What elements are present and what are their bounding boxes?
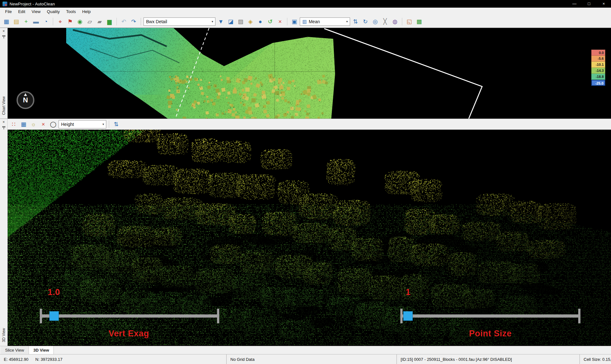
point-size-value: 1 [406, 287, 411, 297]
tab-slice-view[interactable]: Slice View [1, 346, 29, 354]
zoom-surface-button[interactable]: ◎ [371, 17, 380, 26]
grid-stat-dropdown[interactable]: ▥Mean▾ [300, 17, 350, 26]
application-window: NewProject - AutoClean — □ × FileEditVie… [0, 0, 611, 364]
window-title: NewProject - AutoClean [10, 2, 55, 6]
menu-edit[interactable]: Edit [15, 8, 28, 16]
reject-points-button[interactable]: × [276, 17, 284, 26]
chart-dock-close-button[interactable]: × [3, 29, 5, 33]
vert-exag-track[interactable] [41, 314, 218, 318]
export-data-button[interactable]: ◱ [405, 17, 414, 26]
zoom-target-button[interactable]: ⌖ [56, 17, 65, 26]
menu-file[interactable]: File [2, 8, 15, 16]
point-size-handle[interactable] [403, 311, 413, 321]
maximize-button[interactable]: □ [582, 0, 596, 8]
filter-threshold-button[interactable]: ◪ [226, 17, 235, 26]
shape-mode-button[interactable]: ◯ [49, 120, 58, 129]
tab-3d-view[interactable]: 3D View [29, 346, 54, 354]
geo-pin-button[interactable]: ◉ [75, 17, 84, 26]
flag-marker-button[interactable]: ⚑ [66, 17, 74, 26]
point-size-cap-left [400, 309, 403, 323]
window-controls: — □ × [567, 0, 611, 8]
lighting-button[interactable]: ☼ [29, 120, 38, 129]
workflow-nodes-button[interactable]: ▩ [415, 17, 424, 26]
app-icon [3, 2, 7, 6]
select-area-button[interactable]: ▰ [95, 17, 104, 26]
toolbar-separator [109, 120, 109, 128]
processing-globe-button[interactable]: ◔ [41, 17, 50, 26]
menu-quality[interactable]: Quality [44, 8, 63, 16]
refresh-surface-button[interactable]: ↻ [361, 17, 370, 26]
auto-hide-pin-icon[interactable] [2, 35, 5, 37]
color-mode-dropdown-value: Height [61, 122, 100, 127]
detail-mode-dropdown-value: Bwx Detail [146, 19, 209, 24]
point-size-track[interactable] [401, 314, 579, 318]
north-compass: N [17, 91, 34, 109]
grid-stat-dropdown-value: Mean [309, 19, 344, 24]
menu-help[interactable]: Help [79, 8, 94, 16]
cut-surface-button[interactable]: ╳ [381, 17, 390, 26]
chevron-down-icon: ▾ [102, 122, 105, 126]
chevron-down-icon: ▾ [211, 20, 214, 23]
open-project-button[interactable]: ▤ [12, 17, 21, 26]
view3d-canvas[interactable] [8, 130, 611, 346]
filter-swath-button[interactable]: ◈ [246, 17, 255, 26]
close-button[interactable]: × [596, 0, 611, 8]
menu-tools[interactable]: Tools [63, 8, 79, 16]
view3d-strip: × 3D View [0, 119, 8, 346]
view3d-toolbar: ∷▦☼×◯Height▾⇅ [8, 119, 611, 130]
chart-view-content: N 0.0-5.6-10.1-14.3-18.8-25.0 [8, 28, 611, 119]
chart-view-dock: × Chart View N 0.0-5.6-10.1-14.3-18.8-25… [0, 28, 611, 119]
grid-stat-dropdown-icon: ▥ [302, 19, 307, 24]
detail-mode-dropdown[interactable]: Bwx Detail▾ [144, 17, 215, 26]
query-surface-button[interactable]: ◍ [390, 17, 399, 26]
bottom-tab-bar: Slice View3D View [0, 346, 611, 354]
point-size-label: Point Size [452, 329, 529, 339]
point-size-cap-right [578, 309, 580, 323]
color-mode-dropdown[interactable]: Height▾ [59, 120, 106, 128]
legend-entry[interactable]: -10.1 [591, 62, 605, 68]
point-select-button[interactable]: ∷ [9, 120, 18, 129]
legend-entry[interactable]: -5.6 [591, 56, 605, 62]
legend-entry[interactable]: -18.8 [591, 74, 605, 80]
chart-map-button[interactable]: ▦ [2, 17, 11, 26]
histogram-button[interactable]: ▆ [105, 17, 114, 26]
undo-button[interactable]: ↶ [119, 17, 128, 26]
swap-views-button[interactable]: ⇅ [112, 120, 121, 129]
menu-view[interactable]: View [28, 8, 44, 16]
view3d-dock-close-button[interactable]: × [3, 120, 5, 124]
binder-button[interactable]: ▬ [32, 17, 40, 26]
filter-brush-button[interactable]: ▨ [236, 17, 245, 26]
depth-legend: 0.0-5.6-10.1-14.3-18.8-25.0 [591, 50, 605, 86]
legend-entry[interactable]: 0.0 [591, 50, 605, 56]
minimize-button[interactable]: — [567, 0, 582, 8]
vert-exag-cap-right [217, 309, 219, 323]
chart-view-canvas[interactable] [8, 28, 611, 119]
layer-order-button[interactable]: ⇅ [351, 17, 360, 26]
menu-bar: FileEditViewQualityToolsHelp [0, 8, 611, 16]
redo-button[interactable]: ↷ [129, 17, 138, 26]
vert-exag-label: Vert Exag [91, 329, 167, 339]
chart-view-strip: × Chart View [0, 28, 8, 119]
toolbar-separator [402, 18, 402, 25]
filter-spline-button[interactable]: ▼ [216, 17, 225, 26]
undo-filter-button[interactable]: ↺ [266, 17, 275, 26]
status-grid-status: No Grid Data [227, 354, 397, 364]
clear-view-button[interactable]: × [39, 120, 48, 129]
grid-surface-button[interactable]: ▣ [290, 17, 299, 26]
filter-sphere-button[interactable]: ● [256, 17, 265, 26]
compass-label: N [23, 96, 28, 104]
view3d-content: ∷▦☼×◯Height▾⇅ 1.0Vert Exag1Point Size [8, 119, 611, 346]
add-files-button[interactable]: + [22, 17, 31, 26]
point-grid-button[interactable]: ▦ [19, 120, 28, 129]
toolbar-separator [116, 18, 117, 25]
vert-exag-handle[interactable] [49, 311, 59, 321]
status-cell-size: Cell Size: 0.15,I [580, 354, 611, 364]
vert-exag-cap-left [40, 309, 42, 323]
select-polygon-button[interactable]: ▱ [85, 17, 94, 26]
status-bar: E: 456912.90 N: 3972933.17No Grid Data[I… [0, 354, 611, 364]
vert-exag-value: 1.0 [48, 287, 60, 297]
status-active-file: [ID:15] 0007 - 250911_Blocks - 0001.fau … [397, 354, 580, 364]
legend-entry[interactable]: -14.3 [591, 68, 605, 74]
legend-entry[interactable]: -25.0 [591, 80, 605, 86]
auto-hide-pin-icon[interactable] [2, 126, 5, 127]
